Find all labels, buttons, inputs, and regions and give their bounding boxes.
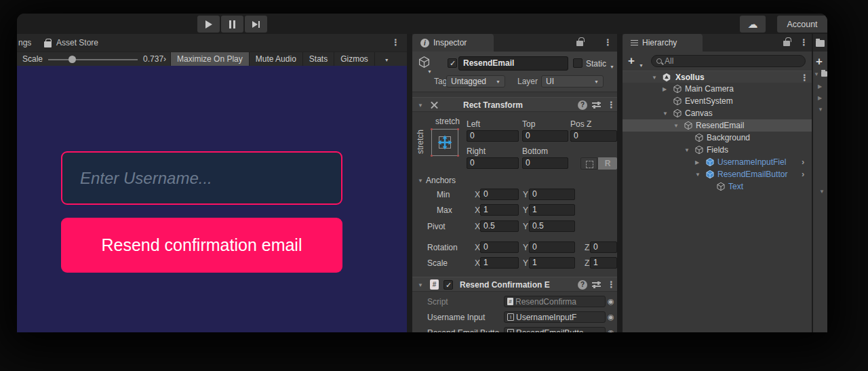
anchors-fold-icon[interactable]: [418, 178, 425, 184]
tag-dropdown[interactable]: Untagged: [446, 75, 505, 87]
static-chevron-down-icon[interactable]: [610, 61, 614, 71]
expand-arrow-icon[interactable]: [673, 123, 680, 129]
pause-button[interactable]: [221, 16, 243, 33]
pivot-y-input[interactable]: 0.5: [529, 220, 575, 232]
scale-y-input[interactable]: 1: [529, 257, 575, 269]
inspector-menu-kebab-icon[interactable]: [604, 37, 612, 47]
component-menu-kebab-icon[interactable]: [607, 100, 616, 110]
step-button[interactable]: [245, 16, 267, 33]
fold-arrow-icon[interactable]: ▼: [818, 106, 823, 113]
gameobject-name-field[interactable]: ResendEmail: [458, 56, 568, 71]
mute-audio-button[interactable]: Mute Audio: [249, 52, 302, 66]
gizmos-dropdown-button[interactable]: [374, 52, 395, 66]
expand-arrow-icon[interactable]: [695, 159, 702, 165]
raw-mode-button[interactable]: R: [598, 157, 617, 170]
rect-left-input[interactable]: 0: [467, 130, 519, 142]
expand-arrow-icon[interactable]: [663, 111, 669, 117]
fold-arrow-icon[interactable]: [418, 282, 425, 288]
stats-button[interactable]: Stats: [302, 52, 334, 66]
anchor-min-y-input[interactable]: 0: [529, 189, 575, 200]
hierarchy-search-input[interactable]: [665, 56, 800, 66]
rotation-z-input[interactable]: 0: [590, 241, 617, 253]
game-menu-kebab-icon[interactable]: [391, 37, 400, 47]
rect-top-input[interactable]: 0: [522, 130, 568, 142]
hierarchy-item-main-camera[interactable]: Main Camera: [623, 83, 812, 95]
object-picker-icon[interactable]: [608, 312, 614, 321]
maximize-on-play-button[interactable]: Maximize On Play: [170, 52, 249, 66]
cloud-button[interactable]: [740, 16, 766, 33]
expand-arrow-icon[interactable]: [684, 147, 691, 153]
hierarchy-item-resendemail[interactable]: ResendEmail: [623, 119, 812, 132]
hierarchy-menu-kebab-icon[interactable]: [800, 37, 808, 47]
fold-arrow-icon[interactable]: [418, 102, 425, 109]
tab-asset-store[interactable]: Asset Store: [56, 38, 98, 47]
prefab-chevron-icon[interactable]: [802, 157, 804, 167]
hierarchy-item-eventsystem[interactable]: EventSystem: [623, 95, 812, 107]
hierarchy-item-background[interactable]: Background: [623, 132, 812, 144]
folder-icon[interactable]: [816, 40, 825, 47]
hierarchy-item-fields[interactable]: Fields: [623, 144, 812, 156]
anchors-label[interactable]: Anchors: [426, 176, 456, 185]
create-plus-icon[interactable]: [628, 56, 635, 66]
hierarchy-item-resendemailbutton[interactable]: ResendEmailButtor: [623, 168, 812, 180]
object-picker-icon[interactable]: [608, 296, 614, 306]
create-chevron-down-icon[interactable]: [639, 60, 644, 69]
username-input[interactable]: [80, 169, 323, 188]
rotation-y-input[interactable]: 0: [529, 241, 575, 253]
scale-z-input[interactable]: 1: [590, 257, 617, 269]
active-checkbox[interactable]: [448, 58, 457, 68]
component-menu-kebab-icon[interactable]: [607, 279, 616, 290]
expand-arrow-icon[interactable]: [663, 86, 669, 92]
hierarchy-search-field[interactable]: [651, 55, 806, 67]
help-icon[interactable]: [578, 280, 587, 290]
expand-arrow-icon[interactable]: ▶: [818, 95, 822, 101]
blueprint-mode-button[interactable]: [580, 157, 597, 170]
component-enabled-checkbox[interactable]: [443, 280, 453, 290]
rect-right-input[interactable]: 0: [467, 157, 519, 169]
lock-icon[interactable]: [783, 41, 790, 46]
hierarchy-item-canvas[interactable]: Canvas: [623, 107, 812, 119]
fold-arrow-icon[interactable]: ▼: [819, 189, 825, 195]
rect-bottom-input[interactable]: 0: [522, 157, 568, 169]
resend-email-button[interactable]: Resend confirmation email: [61, 218, 342, 273]
rect-transform-header[interactable]: Rect Transform: [412, 97, 617, 112]
anchor-max-y-input[interactable]: 1: [529, 204, 575, 216]
help-icon[interactable]: [578, 100, 587, 110]
hierarchy-scene-row[interactable]: Xsollus: [623, 71, 812, 83]
expand-arrow-icon[interactable]: ▶: [818, 83, 822, 90]
scale-slider[interactable]: [48, 52, 138, 66]
anchor-min-x-input[interactable]: 0: [480, 189, 519, 200]
account-button[interactable]: Account: [777, 16, 827, 33]
scene-menu-kebab-icon[interactable]: [800, 73, 809, 83]
fold-arrow-icon[interactable]: ▼: [814, 71, 819, 77]
scale-x-input[interactable]: 1: [480, 257, 519, 269]
anchor-max-x-input[interactable]: 1: [480, 204, 519, 216]
pivot-x-input[interactable]: 0.5: [480, 220, 519, 232]
username-input-field[interactable]: [61, 151, 342, 205]
play-button[interactable]: [197, 16, 220, 33]
rect-posz-input[interactable]: 0: [570, 130, 617, 142]
layer-dropdown[interactable]: UI: [541, 75, 604, 87]
lock-icon[interactable]: [576, 41, 583, 46]
tab-hierarchy[interactable]: Hierarchy: [623, 34, 703, 52]
script-component-header[interactable]: Resend Confirmation E: [412, 277, 617, 292]
anchor-preset-widget[interactable]: [427, 125, 462, 160]
presets-icon[interactable]: [592, 281, 601, 288]
gameobject-chevron-down-icon[interactable]: [427, 66, 432, 75]
object-picker-icon[interactable]: [608, 328, 614, 332]
resend-object-field[interactable]: ResendEmailButto: [504, 327, 606, 332]
static-checkbox[interactable]: [573, 58, 583, 68]
expand-arrow-icon[interactable]: [695, 172, 702, 178]
project-plus-icon[interactable]: [816, 57, 823, 67]
hierarchy-item-text[interactable]: Text: [623, 180, 812, 193]
tab-inspector[interactable]: Inspector: [412, 34, 494, 52]
prefab-chevron-icon[interactable]: [802, 169, 804, 179]
fold-arrow-icon[interactable]: [652, 75, 658, 81]
tab-partial[interactable]: ngs: [18, 38, 31, 47]
script-object-field[interactable]: ResendConfirma: [504, 296, 606, 307]
slider-thumb-icon[interactable]: [68, 56, 76, 63]
rotation-x-input[interactable]: 0: [480, 241, 519, 253]
gizmos-button[interactable]: Gizmos: [334, 52, 374, 66]
username-object-field[interactable]: UsernameInputF: [504, 311, 606, 323]
hierarchy-item-usernameinputfield[interactable]: UsernameInputFiel: [623, 156, 812, 168]
